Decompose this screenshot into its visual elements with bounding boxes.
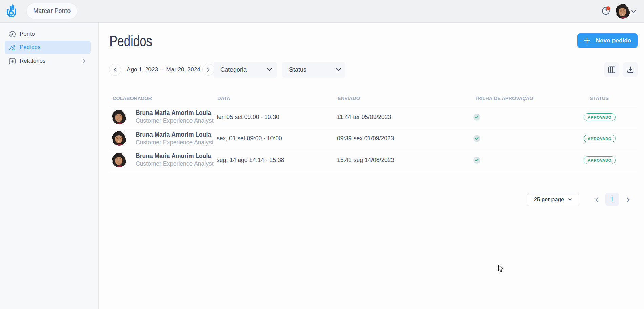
row-avatar bbox=[112, 110, 126, 124]
col-status: STATUS bbox=[583, 96, 637, 101]
chevron-down-icon bbox=[568, 198, 572, 201]
per-page-select[interactable]: 25 per page bbox=[527, 193, 579, 206]
topbar-right bbox=[601, 0, 636, 22]
employee-role: Customer Experience Analyst bbox=[136, 160, 214, 168]
check-icon bbox=[475, 116, 479, 119]
avatar-photo bbox=[616, 4, 630, 19]
cell-status: APROVADO bbox=[583, 113, 637, 121]
check-icon bbox=[475, 137, 479, 140]
chevron-right-icon bbox=[627, 197, 630, 202]
download-icon bbox=[627, 66, 634, 74]
download-button[interactable] bbox=[623, 62, 638, 77]
avatar-photo bbox=[112, 110, 126, 124]
columns-icon bbox=[608, 66, 616, 74]
check-icon bbox=[475, 159, 479, 162]
status-select[interactable]: Status bbox=[282, 62, 345, 78]
user-menu-chevron-icon[interactable] bbox=[631, 10, 636, 13]
reports-icon bbox=[9, 58, 16, 65]
plus-icon bbox=[583, 37, 591, 44]
cell-enviado: 15:41 seg 14/08/2023 bbox=[334, 157, 471, 164]
employee-info: Bruna Maria Amorim Loula Customer Experi… bbox=[136, 152, 214, 168]
date-next-button[interactable] bbox=[202, 64, 214, 76]
filter-row: Ago 1, 2023 - Mar 20, 2024 Categoria Sta… bbox=[109, 62, 638, 78]
help-button[interactable] bbox=[601, 6, 611, 16]
date-prev-button[interactable] bbox=[109, 64, 121, 76]
page-next-button[interactable] bbox=[623, 195, 633, 204]
approval-check-icon bbox=[473, 114, 480, 121]
clock-in-icon bbox=[9, 30, 16, 38]
status-badge: APROVADO bbox=[584, 135, 616, 142]
app-logo-hand-icon bbox=[7, 4, 17, 17]
status-badge: APROVADO bbox=[584, 113, 616, 121]
employee-role: Customer Experience Analyst bbox=[136, 139, 214, 146]
notification-badge bbox=[606, 6, 610, 11]
page-title: Pedidos bbox=[109, 33, 152, 49]
chevron-right-icon bbox=[207, 67, 210, 72]
avatar-photo bbox=[112, 131, 126, 146]
approval-check-icon bbox=[473, 135, 480, 142]
main-content: Pedidos Novo pedido Ago 1, 2023 - Mar 20… bbox=[99, 23, 644, 309]
cell-data: sex, 01 set 09:00 - 10:00 bbox=[214, 135, 334, 142]
chevron-down-icon bbox=[267, 68, 272, 71]
table-row[interactable]: Bruna Maria Amorim Loula Customer Experi… bbox=[109, 106, 637, 128]
approval-check-icon bbox=[473, 157, 480, 164]
cell-data: ter, 05 set 09:00 - 10:30 bbox=[214, 114, 334, 121]
employee-info: Bruna Maria Amorim Loula Customer Experi… bbox=[136, 109, 214, 125]
col-enviado: ENVIADO bbox=[334, 96, 471, 101]
cell-colaborador: Bruna Maria Amorim Loula Customer Experi… bbox=[109, 109, 214, 125]
employee-role: Customer Experience Analyst bbox=[136, 117, 214, 125]
col-colaborador: COLABORADOR bbox=[109, 96, 214, 101]
cell-trilha bbox=[471, 157, 583, 164]
columns-button[interactable] bbox=[604, 62, 619, 77]
sidebar-item-label: Relatórios bbox=[20, 58, 46, 64]
chevron-right-icon bbox=[82, 59, 85, 63]
row-avatar bbox=[112, 131, 126, 146]
status-badge: APROVADO bbox=[584, 156, 616, 164]
chevron-down-icon bbox=[336, 68, 341, 71]
sidebar-item-label: Pedidos bbox=[20, 44, 40, 51]
cell-status: APROVADO bbox=[583, 156, 637, 164]
page-prev-button[interactable] bbox=[592, 195, 601, 204]
employee-info: Bruna Maria Amorim Loula Customer Experi… bbox=[136, 131, 214, 146]
mark-time-button[interactable]: Marcar Ponto bbox=[26, 3, 77, 19]
table-row[interactable]: Bruna Maria Amorim Loula Customer Experi… bbox=[109, 149, 637, 171]
cell-colaborador: Bruna Maria Amorim Loula Customer Experi… bbox=[109, 131, 214, 146]
col-data: DATA bbox=[214, 96, 334, 101]
employee-name: Bruna Maria Amorim Loula bbox=[136, 109, 214, 117]
chevron-left-icon bbox=[114, 67, 117, 72]
topbar: Marcar Ponto bbox=[0, 0, 644, 23]
employee-name: Bruna Maria Amorim Loula bbox=[136, 131, 214, 139]
row-avatar bbox=[112, 153, 126, 167]
cell-status: APROVADO bbox=[583, 135, 637, 142]
sidebar-item-label: Ponto bbox=[20, 30, 35, 37]
cell-colaborador: Bruna Maria Amorim Loula Customer Experi… bbox=[109, 152, 214, 168]
sidebar: Ponto Pedidos Relatórios bbox=[0, 23, 99, 309]
col-trilha: TRILHA DE APROVAÇÃO bbox=[471, 96, 583, 101]
cell-enviado: 09:39 sex 01/09/2023 bbox=[334, 135, 471, 142]
sidebar-item-relatorios[interactable]: Relatórios bbox=[5, 54, 91, 68]
cell-trilha bbox=[471, 135, 583, 142]
cell-trilha bbox=[471, 114, 583, 121]
category-select[interactable]: Categoria bbox=[214, 62, 277, 78]
requests-table: COLABORADOR DATA ENVIADO TRILHA DE APROV… bbox=[109, 90, 637, 171]
user-avatar[interactable] bbox=[616, 4, 630, 19]
table-header: COLABORADOR DATA ENVIADO TRILHA DE APROV… bbox=[109, 90, 637, 106]
pagination: 25 per page 1 bbox=[109, 193, 637, 206]
page-number[interactable]: 1 bbox=[605, 193, 619, 206]
avatar-photo bbox=[112, 153, 126, 167]
date-range: Ago 1, 2023 - Mar 20, 2024 bbox=[125, 66, 202, 73]
table-row[interactable]: Bruna Maria Amorim Loula Customer Experi… bbox=[109, 128, 637, 150]
chevron-left-icon bbox=[595, 197, 598, 202]
cell-data: seg, 14 ago 14:14 - 15:38 bbox=[214, 157, 334, 164]
requests-icon bbox=[9, 44, 16, 51]
employee-name: Bruna Maria Amorim Loula bbox=[136, 152, 214, 160]
cell-enviado: 11:44 ter 05/09/2023 bbox=[334, 114, 471, 121]
new-request-button[interactable]: Novo pedido bbox=[577, 33, 638, 48]
sidebar-item-ponto[interactable]: Ponto bbox=[5, 27, 91, 41]
sidebar-item-pedidos[interactable]: Pedidos bbox=[5, 41, 91, 54]
